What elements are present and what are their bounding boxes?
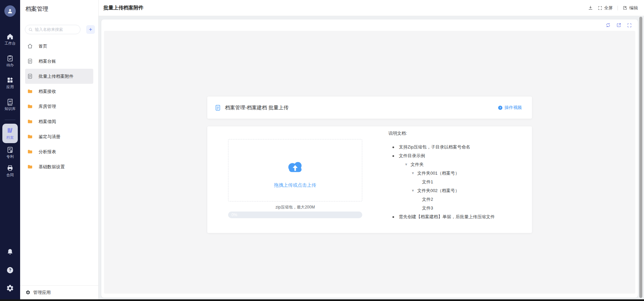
fullscreen-brackets-icon[interactable] xyxy=(627,23,632,28)
help-icon: ? xyxy=(6,266,14,274)
instructions-panel: 说明文档: 支持Zip压缩包，子目录以档案号命名 文件目录示例 ▼ 文件夹 xyxy=(388,130,529,221)
rail-item-contract[interactable]: 合同 xyxy=(0,165,20,177)
sidebar-search[interactable] xyxy=(25,25,80,34)
bullet-dot xyxy=(392,155,394,157)
folder-icon xyxy=(27,88,33,94)
vertical-scrollbar[interactable] xyxy=(639,17,642,298)
rail-item-label: 工作台 xyxy=(5,41,16,46)
folder-icon xyxy=(27,134,33,139)
edit-label: 编辑 xyxy=(629,5,638,11)
contract-printer-icon xyxy=(6,165,14,172)
sidebar-title: 档案管理 xyxy=(25,5,48,13)
main-area: 批量上传档案附件 全屏 编辑 xyxy=(99,0,644,301)
sidebar-item-label: 档案借阅 xyxy=(39,119,56,125)
refresh-icon[interactable] xyxy=(605,22,611,28)
folder-icon xyxy=(27,149,33,155)
sidebar-menu: 首页 档案台账 批量上传档案附件 档案接收 库房管理 xyxy=(20,39,99,174)
notifications-button[interactable] xyxy=(0,248,20,256)
tree-node-file2: 文件2 xyxy=(388,195,529,204)
upload-progress-bar: 0% xyxy=(228,212,362,218)
blue-doc-icon xyxy=(215,105,221,111)
edit-button[interactable]: 编辑 xyxy=(623,5,638,11)
user-avatar[interactable] xyxy=(4,5,16,17)
instruction-text: 文件目录示例 xyxy=(399,153,425,159)
rail-divider xyxy=(5,120,15,120)
search-input[interactable] xyxy=(35,27,74,32)
manage-apps-button[interactable]: 管理应用 xyxy=(20,285,98,299)
doc-icon xyxy=(27,73,33,79)
dropzone-text: 拖拽上传或点击上传 xyxy=(228,182,362,188)
search-icon xyxy=(28,27,33,32)
sidebar-item-warehouse[interactable]: 库房管理 xyxy=(20,99,99,114)
folder-icon xyxy=(27,164,33,170)
svg-text:AI: AI xyxy=(9,100,12,103)
sidebar-item-borrow[interactable]: 档案借阅 xyxy=(20,114,99,129)
fullscreen-button[interactable]: 全屏 xyxy=(598,5,613,11)
tree-node-label: 文件夹 xyxy=(411,162,424,168)
sidebar-item-ledger[interactable]: 档案台账 xyxy=(20,54,99,69)
tree-node-file3: 文件3 xyxy=(388,204,529,213)
question-circle-icon: ? xyxy=(498,105,503,110)
bullet-dot xyxy=(392,216,394,218)
progress-value: 0% xyxy=(231,213,237,217)
rail-item-apps[interactable]: 应用 xyxy=(0,76,20,89)
sidebar-item-home[interactable]: 首页 xyxy=(20,39,99,54)
caret-down-icon[interactable]: ▼ xyxy=(411,172,415,175)
folder-icon xyxy=(27,119,33,124)
rail-item-patent[interactable]: 专利 xyxy=(0,146,20,159)
sidebar-item-label: 首页 xyxy=(39,43,47,49)
workbench-home-icon xyxy=(6,33,14,40)
sidebar-item-appraisal[interactable]: 鉴定与清册 xyxy=(20,129,99,144)
rail-item-label: 应用 xyxy=(6,85,14,89)
content-panel: 档案管理-档案建档 批量上传 ? 操作视频 拖拽上传或点击上传 xyxy=(101,19,638,298)
caret-down-icon[interactable]: ▼ xyxy=(411,189,415,192)
apps-grid-icon xyxy=(6,76,14,84)
caret-down-icon[interactable]: ▼ xyxy=(405,163,408,166)
gear-icon xyxy=(25,290,31,295)
tree-node-label: 文件夹001（档案号） xyxy=(417,170,460,176)
sidebar-item-label: 批量上传档案附件 xyxy=(39,73,73,79)
rail-item-label: 知识库 xyxy=(5,107,16,111)
sidebar-item-batch-upload-active[interactable]: 批量上传档案附件 xyxy=(25,69,93,84)
panel-body: 档案管理-档案建档 批量上传 ? 操作视频 拖拽上传或点击上传 xyxy=(104,31,635,294)
sidebar-item-basic-settings[interactable]: 基础数据设置 xyxy=(20,159,99,174)
rail-item-label: 合同 xyxy=(6,173,14,177)
todo-clipboard-icon xyxy=(6,55,14,62)
manage-apps-label: 管理应用 xyxy=(33,290,51,296)
rail-item-workbench[interactable]: 工作台 xyxy=(0,33,20,46)
topbar-actions: 全屏 编辑 xyxy=(588,5,638,11)
settings-gear-icon xyxy=(6,284,14,292)
rail-item-knowledge[interactable]: AI 知识库 xyxy=(0,98,20,111)
tree-node-label: 文件3 xyxy=(422,205,433,211)
sidebar-item-label: 鉴定与清册 xyxy=(39,134,60,140)
download-button[interactable] xyxy=(588,5,593,10)
help-button[interactable]: ? xyxy=(0,266,20,274)
sidebar-item-label: 档案接收 xyxy=(39,88,56,95)
fullscreen-icon xyxy=(598,6,602,10)
instruction-bullet: 需先创建【档案建档】单据，后批量上传压缩文件 xyxy=(388,213,529,221)
open-in-new-icon[interactable] xyxy=(616,22,622,28)
settings-button[interactable] xyxy=(0,284,20,292)
home-icon xyxy=(27,43,33,49)
instruction-bullet: 文件目录示例 xyxy=(388,152,529,160)
upload-dropzone[interactable]: 拖拽上传或点击上传 xyxy=(228,139,362,201)
tree-node-label: 文件1 xyxy=(422,179,433,185)
add-button[interactable]: + xyxy=(86,25,95,34)
sidebar-item-reports[interactable]: 分析报表 xyxy=(20,144,99,159)
archive-books-icon xyxy=(6,127,14,134)
video-tutorial-link[interactable]: ? 操作视频 xyxy=(498,105,522,111)
sidebar-item-label: 库房管理 xyxy=(39,104,56,110)
rail-item-todo[interactable]: 待办 xyxy=(0,55,20,67)
fullscreen-label: 全屏 xyxy=(604,5,613,11)
knowledge-ai-icon: AI xyxy=(6,98,14,106)
svg-text:?: ? xyxy=(499,106,501,109)
sidebar-item-receive[interactable]: 档案接收 xyxy=(20,84,99,99)
instructions-title: 说明文档: xyxy=(388,130,529,136)
instruction-text: 支持Zip压缩包，子目录以档案号命名 xyxy=(399,144,470,150)
bell-icon xyxy=(6,248,14,256)
rail-item-label: 档案 xyxy=(6,135,14,140)
sidebar-item-label: 分析报表 xyxy=(39,149,56,155)
rail-item-archive-active[interactable]: 档案 xyxy=(2,124,18,143)
tree-node-folder001: ▼ 文件夹001（档案号） xyxy=(388,169,529,178)
tree-node-label: 文件夹002（档案号） xyxy=(417,188,460,194)
